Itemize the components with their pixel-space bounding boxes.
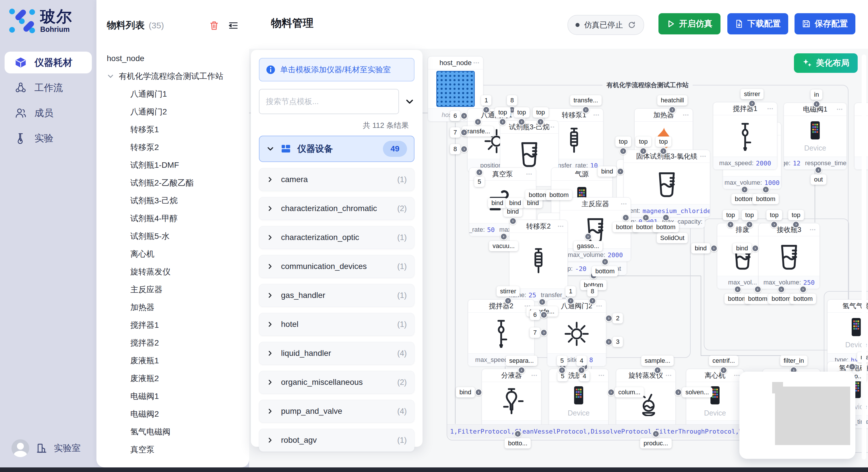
tree-item[interactable]: 试剂瓶3-己烷 bbox=[96, 192, 249, 210]
download-config-button[interactable]: 下载配置 bbox=[727, 13, 788, 34]
port-handle-icon[interactable]: › bbox=[622, 214, 629, 222]
port-handle-icon[interactable]: › bbox=[558, 367, 566, 374]
port-bind[interactable]: bind› bbox=[503, 206, 522, 225]
port-pill[interactable]: bottom bbox=[790, 294, 816, 304]
port-pill[interactable]: SolidOut bbox=[657, 233, 688, 243]
template-category-row[interactable]: camera (1) bbox=[259, 168, 414, 191]
template-category-row[interactable]: liquid_handler (4) bbox=[259, 342, 414, 365]
port-handle-icon[interactable]: › bbox=[514, 430, 522, 438]
tree-item[interactable]: 离心机 bbox=[96, 245, 249, 263]
canvas-node-旋转蒸发仪[interactable]: 旋转蒸发仪•••temp: 180max_rotation_speed: bbox=[616, 369, 676, 434]
port-bind[interactable]: bind bbox=[506, 198, 525, 208]
port-pill[interactable]: 3 bbox=[613, 337, 623, 347]
port-bind[interactable]: bind› bbox=[733, 243, 759, 254]
minimap[interactable] bbox=[739, 372, 856, 459]
port-handle-icon[interactable]: › bbox=[662, 214, 670, 222]
port-pill[interactable]: produc... bbox=[640, 438, 672, 448]
tree-item[interactable]: 加热器 bbox=[96, 299, 249, 316]
port-1[interactable]: 1› bbox=[481, 95, 491, 113]
port-top[interactable]: top› bbox=[766, 210, 782, 228]
chevron-down-icon[interactable] bbox=[405, 97, 414, 106]
port-pill[interactable]: 8 bbox=[507, 95, 517, 105]
port-handle-icon[interactable]: › bbox=[770, 221, 778, 228]
port-pill[interactable]: top bbox=[615, 136, 631, 147]
port-gasso...[interactable]: ›gasso... bbox=[574, 233, 602, 251]
port-pill[interactable]: 1 bbox=[481, 95, 491, 105]
port-top[interactable]: top› bbox=[636, 136, 651, 155]
port-pill[interactable]: sample... bbox=[641, 356, 674, 366]
port-top[interactable]: top› bbox=[533, 107, 549, 126]
tree-item[interactable]: 试剂瓶1-DMF bbox=[96, 156, 249, 174]
port-handle-icon[interactable]: › bbox=[748, 100, 756, 107]
port-handle-icon[interactable]: › bbox=[475, 389, 482, 396]
port-handle-icon[interactable]: › bbox=[483, 106, 490, 113]
port-handle-icon[interactable]: › bbox=[605, 314, 613, 322]
port-handle-icon[interactable]: › bbox=[499, 118, 506, 126]
port-bind[interactable]: bind› bbox=[691, 243, 718, 254]
port-produc...[interactable]: ›produc... bbox=[640, 430, 672, 448]
port-8[interactable]: 8› bbox=[450, 144, 468, 154]
port-pill[interactable]: bottom bbox=[546, 190, 572, 200]
port-pill[interactable]: in bbox=[811, 90, 823, 100]
port-pill[interactable]: centrif... bbox=[709, 356, 738, 366]
port-handle-icon[interactable]: › bbox=[734, 285, 741, 293]
port-handle-icon[interactable]: › bbox=[567, 297, 575, 305]
more-options-icon[interactable]: ••• bbox=[558, 220, 564, 233]
port-pill[interactable]: top bbox=[495, 107, 510, 117]
port-pill[interactable]: bind bbox=[691, 243, 710, 254]
port-stirrer[interactable]: stirrer› bbox=[741, 89, 764, 107]
port-pill[interactable]: bottom bbox=[753, 194, 779, 204]
port-pill[interactable]: 8 bbox=[450, 144, 460, 154]
port-handle-icon[interactable]: › bbox=[675, 389, 682, 396]
template-category-row[interactable]: organic_miscellaneous (2) bbox=[259, 371, 414, 394]
sidebar-item-members[interactable]: 成员 bbox=[5, 102, 92, 124]
port-handle-icon[interactable]: › bbox=[540, 329, 548, 336]
port-5[interactable]: ›5 bbox=[474, 169, 485, 187]
port-bind[interactable]: bind bbox=[488, 198, 507, 208]
port-pill[interactable]: 7 bbox=[530, 328, 540, 338]
port-top[interactable]: top› bbox=[514, 107, 530, 126]
template-category-row[interactable]: pump_and_valve (4) bbox=[259, 400, 414, 423]
port-centrif...[interactable]: centrif...› bbox=[709, 356, 738, 374]
port-separa...[interactable]: separa...› bbox=[506, 356, 537, 374]
port-pill[interactable]: 4 bbox=[577, 356, 587, 366]
port-handle-icon[interactable]: › bbox=[778, 285, 785, 293]
port-pill[interactable]: bind bbox=[598, 166, 617, 177]
port-pill[interactable]: 1 bbox=[565, 286, 576, 297]
start-simulation-button[interactable]: 开启仿真 bbox=[658, 13, 720, 34]
tree-item[interactable]: 试剂瓶4-甲醇 bbox=[96, 210, 249, 227]
port-pill[interactable]: gasso... bbox=[574, 241, 602, 251]
port-handle-icon[interactable]: › bbox=[540, 311, 548, 318]
port-bottom[interactable]: ›bottom bbox=[653, 214, 679, 232]
tree-item[interactable]: 电磁阀1 bbox=[96, 387, 249, 405]
port-handle-icon[interactable]: › bbox=[584, 233, 592, 240]
refresh-icon[interactable] bbox=[627, 21, 636, 29]
port-handle-icon[interactable]: › bbox=[848, 363, 856, 370]
tree-item[interactable]: 搅拌器2 bbox=[96, 334, 249, 352]
port-handle-icon[interactable]: › bbox=[746, 221, 753, 228]
port-7[interactable]: 7› bbox=[530, 328, 548, 338]
port-handle-icon[interactable]: › bbox=[710, 245, 718, 252]
port-handle-icon[interactable]: › bbox=[720, 367, 727, 374]
port-bind[interactable]: bind› bbox=[456, 387, 482, 398]
template-category-row[interactable]: communication_devices (1) bbox=[259, 255, 414, 278]
port-handle-icon[interactable]: › bbox=[582, 106, 590, 113]
port-handle-icon[interactable]: › bbox=[751, 245, 759, 252]
more-options-icon[interactable]: ••• bbox=[767, 102, 774, 115]
template-category-row[interactable]: hotel (1) bbox=[259, 313, 414, 336]
port-pill[interactable]: filter_in bbox=[780, 356, 807, 366]
port-top[interactable]: top› bbox=[742, 210, 757, 228]
port-5[interactable]: 5› bbox=[557, 356, 567, 374]
tree-item[interactable]: 转移泵1 bbox=[96, 121, 249, 138]
port-handle-icon[interactable]: › bbox=[642, 214, 650, 222]
port-pill[interactable]: top bbox=[788, 210, 804, 220]
port-pill[interactable]: heatchill bbox=[657, 95, 687, 105]
tree-group[interactable]: 有机化学流程综合测试工作站 bbox=[96, 67, 249, 85]
port-top[interactable]: top› bbox=[723, 210, 739, 228]
more-options-icon[interactable]: ••• bbox=[837, 103, 843, 115]
port-handle-icon[interactable]: › bbox=[605, 338, 613, 345]
port-pill[interactable]: top bbox=[742, 210, 757, 220]
port-handle-icon[interactable]: › bbox=[799, 285, 807, 293]
port-pill[interactable]: bind bbox=[733, 243, 751, 254]
port-8[interactable]: 8› bbox=[587, 286, 598, 305]
